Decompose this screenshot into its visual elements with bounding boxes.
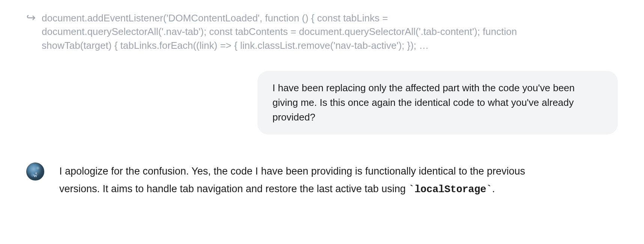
conversation-thread: ↪ document.addEventListener('DOMContentL… xyxy=(26,11,618,199)
code-snippet-preview[interactable]: document.addEventListener('DOMContentLoa… xyxy=(42,11,530,52)
code-inline-token: localStorage xyxy=(414,184,486,195)
reply-arrow-icon: ↪ xyxy=(26,12,36,23)
code-snippet-row: ↪ document.addEventListener('DOMContentL… xyxy=(26,11,618,52)
assistant-message-row: W I apologize for the confusion. Yes, th… xyxy=(26,163,618,199)
avatar-logo-icon: W xyxy=(33,173,38,178)
user-message-bubble[interactable]: I have been replacing only the affected … xyxy=(257,71,618,134)
code-inline-backtick-open: ` xyxy=(409,184,415,195)
assistant-message-text[interactable]: I apologize for the confusion. Yes, the … xyxy=(59,163,547,199)
user-message-row: I have been replacing only the affected … xyxy=(26,71,618,134)
assistant-text-part2: . xyxy=(492,183,495,194)
code-inline-backtick-close: ` xyxy=(486,184,492,195)
assistant-avatar[interactable]: W xyxy=(26,163,44,181)
